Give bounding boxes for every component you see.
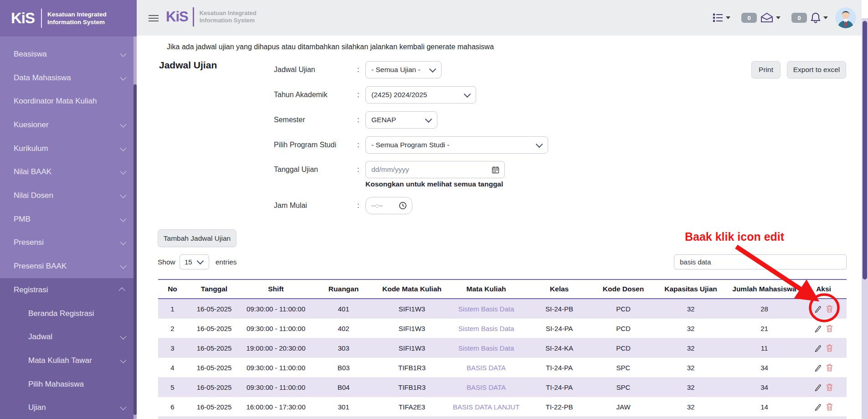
sidebar-item-koordinator-mata-kuliah[interactable]: Koordinator Mata Kuliah xyxy=(0,89,137,113)
calendar-icon[interactable] xyxy=(492,166,499,174)
sidebar-menu: Beasiswa Data Mahasiswa Koordinator Mata… xyxy=(0,42,137,278)
cell-ruangan: B03 xyxy=(310,358,377,378)
col-kode-mata-kuliah[interactable]: Kode Mata Kuliah xyxy=(377,279,447,299)
cell-tanggal: 16-05-2025 xyxy=(187,358,241,378)
tahun-akademik-select[interactable]: (2425) 2024/2025 xyxy=(365,86,476,103)
program-studi-select[interactable]: - Semua Program Studi - xyxy=(365,136,548,154)
trash-icon[interactable] xyxy=(826,364,833,372)
filter-row-tahun-akademik: Tahun Akademik : (2425) 2024/2025 xyxy=(274,86,476,104)
chevron-down-icon xyxy=(120,168,126,175)
sidebar-scrollbar-thumb[interactable] xyxy=(134,84,137,415)
cell-kode-mata-kuliah: TIFB1R3 xyxy=(377,358,447,378)
sidebar-item-mata-kuliah-tawar[interactable]: Mata Kuliah Tawar xyxy=(0,349,137,372)
cell-ruangan: 402 xyxy=(310,319,377,338)
cell-tanggal: 16-05-2025 xyxy=(187,338,241,358)
brand-title: Kesatuan Integrated Information System xyxy=(47,10,107,26)
cell-kelas: SI-24-PB xyxy=(525,299,593,319)
pencil-icon[interactable] xyxy=(814,344,822,352)
filter-row-jadwal-ujian: Jadwal Ujian : - Semua Ujian - xyxy=(274,61,442,79)
sidebar-item-registrasi[interactable]: Registrasi xyxy=(0,278,137,302)
cell-kapasitas: 32 xyxy=(653,358,728,378)
trash-icon[interactable] xyxy=(826,325,833,332)
export-excel-button[interactable]: Export to excel xyxy=(787,61,846,78)
col-kelas[interactable]: Kelas xyxy=(525,279,593,299)
table-search-input[interactable] xyxy=(674,254,847,269)
page-scrollbar-thumb[interactable] xyxy=(863,21,867,279)
header-brand-title: Kesatuan Integrated Information System xyxy=(200,10,257,24)
mata-kuliah-link[interactable]: Sistem Basis Data xyxy=(458,344,514,352)
semester-select[interactable]: GENAP xyxy=(365,111,437,129)
pencil-icon[interactable] xyxy=(814,325,822,332)
notification-count-badge: 0 xyxy=(791,13,807,23)
list-icon[interactable] xyxy=(713,13,724,23)
sidebar-item-pmb[interactable]: PMB xyxy=(0,207,137,231)
col-tanggal[interactable]: Tanggal xyxy=(187,279,241,299)
col-ruangan[interactable]: Ruangan xyxy=(310,279,377,299)
cell-kapasitas: 32 xyxy=(653,397,728,417)
pencil-icon[interactable] xyxy=(814,364,822,372)
trash-icon[interactable] xyxy=(826,403,833,411)
tanggal-ujian-input[interactable]: dd/mm/yyyy xyxy=(365,161,505,178)
caret-down-icon[interactable] xyxy=(776,16,781,19)
jam-mulai-input[interactable]: --:-- xyxy=(365,197,412,214)
sidebar-item-beranda-registrasi[interactable]: Beranda Registrasi xyxy=(0,302,137,326)
col-jumlah-mahasiswa[interactable]: Jumlah Mahasiswa xyxy=(728,279,801,299)
filter-row-jam-mulai: Jam Mulai : --:-- xyxy=(274,197,412,215)
mata-kuliah-link[interactable]: BASIS DATA LANJUT xyxy=(453,403,519,411)
page-title: Jadwal Ujian xyxy=(159,60,217,71)
cell-aksi xyxy=(801,358,847,378)
sidebar-item-presensi[interactable]: Presensi xyxy=(0,231,137,255)
cell-kode-dosen: PCD xyxy=(593,319,653,338)
mata-kuliah-link[interactable]: BASIS DATA xyxy=(467,383,506,391)
col-mata-kuliah[interactable]: Mata Kuliah xyxy=(447,279,525,299)
sidebar-item-nilai-baak[interactable]: Nilai BAAK xyxy=(0,160,137,184)
kis-logo: KiS xyxy=(11,10,35,27)
pencil-icon[interactable] xyxy=(814,383,822,391)
mata-kuliah-link[interactable]: Sistem Basis Data xyxy=(458,325,514,332)
clock-icon[interactable] xyxy=(399,202,407,210)
cell-mata-kuliah: Sistem Basis Data xyxy=(447,338,525,358)
col-shift[interactable]: Shift xyxy=(241,279,310,299)
sidebar-item-data-mahasiswa[interactable]: Data Mahasiswa xyxy=(0,66,137,90)
jadwal-ujian-select[interactable]: - Semua Ujian - xyxy=(365,61,442,78)
sidebar-item-pilih-mahasiswa[interactable]: Pilih Mahasiswa xyxy=(0,372,137,396)
cell-aksi xyxy=(801,378,847,397)
tambah-jadwal-ujian-button[interactable]: Tambah Jadwal Ujian xyxy=(158,229,236,247)
cell-jumlah: 11 xyxy=(728,338,801,358)
pencil-icon[interactable] xyxy=(814,305,822,313)
sidebar-item-nilai-dosen[interactable]: Nilai Dosen xyxy=(0,184,137,207)
mata-kuliah-link[interactable]: Sistem Basis Data xyxy=(458,305,514,313)
sidebar-item-ujian[interactable]: Ujian xyxy=(0,396,137,419)
pencil-icon[interactable] xyxy=(814,403,822,411)
cell-mata-kuliah: BASIS DATA xyxy=(447,358,525,378)
trash-icon[interactable] xyxy=(826,305,833,313)
mata-kuliah-link[interactable]: BASIS DATA xyxy=(467,364,506,372)
sidebar-item-presensi-baak[interactable]: Presensi BAAK xyxy=(0,254,137,278)
cell-kelas: SI-24-PA xyxy=(525,319,593,338)
col-aksi[interactable]: Aksi xyxy=(801,279,847,299)
sidebar-item-beasiswa[interactable]: Beasiswa xyxy=(0,42,137,66)
sidebar-item-jadwal[interactable]: Jadwal xyxy=(0,325,137,349)
cell-kode-mata-kuliah: SIFI1W3 xyxy=(377,299,447,319)
col-kode-dosen[interactable]: Kode Dosen xyxy=(593,279,653,299)
col-kapasitas-ujian[interactable]: Kapasitas Ujian xyxy=(653,279,728,299)
caret-down-icon[interactable] xyxy=(726,16,730,19)
table-row: 316-05-202519:00:00 - 20:30:00303SIFI1W3… xyxy=(158,338,847,358)
cell-shift: 09:30:00 - 11:00:00 xyxy=(241,378,310,397)
trash-icon[interactable] xyxy=(826,383,833,391)
cell-no: 3 xyxy=(158,338,187,358)
col-no[interactable]: No xyxy=(158,279,187,299)
bell-icon[interactable] xyxy=(810,12,821,24)
envelope-icon[interactable] xyxy=(760,12,774,23)
page-size-select[interactable]: 15 xyxy=(180,254,209,269)
print-button[interactable]: Print xyxy=(751,61,781,78)
sidebar-item-kurikulum[interactable]: Kurikulum xyxy=(0,137,137,160)
brand-divider xyxy=(41,9,42,28)
top-header: KiS Kesatuan Integrated Information Syst… xyxy=(137,0,862,36)
cell-tanggal: 16-05-2025 xyxy=(187,378,241,397)
hamburger-icon[interactable] xyxy=(149,13,159,23)
sidebar-item-kuesioner[interactable]: Kuesioner xyxy=(0,113,137,137)
trash-icon[interactable] xyxy=(826,344,833,352)
user-avatar[interactable] xyxy=(835,7,856,28)
caret-down-icon[interactable] xyxy=(823,16,828,19)
